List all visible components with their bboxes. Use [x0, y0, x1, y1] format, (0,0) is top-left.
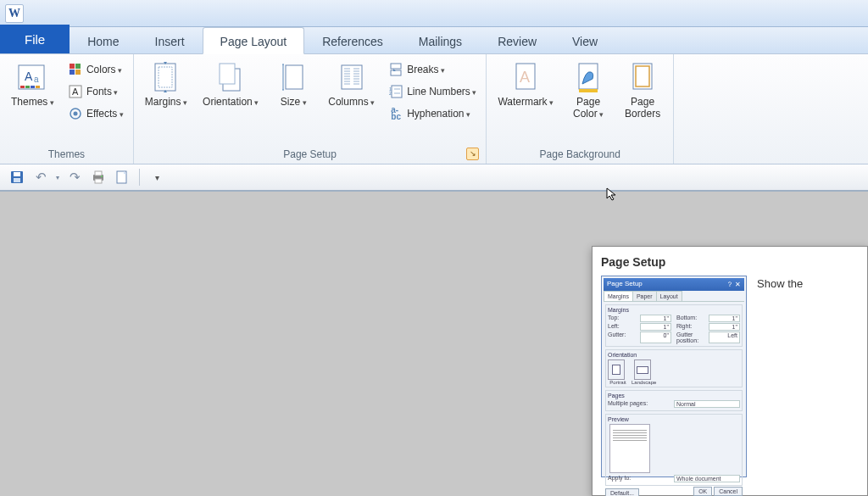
qat-customize-icon[interactable]: ▾ — [148, 169, 165, 186]
effects-icon — [68, 106, 83, 121]
svg-rect-48 — [579, 89, 598, 92]
orientation-label: Orientation — [203, 96, 259, 109]
word-app-icon: W — [5, 4, 24, 23]
columns-button[interactable]: Columns — [322, 58, 381, 111]
size-button[interactable]: Size — [268, 58, 319, 111]
effects-button[interactable]: Effects — [64, 103, 128, 124]
size-label: Size — [281, 96, 307, 109]
tooltip-dialog-thumbnail: Page Setup？ ✕ Margins Paper Layout Margi… — [601, 276, 747, 477]
ribbon: Aa Themes Colors A Fonts Effects — [0, 54, 868, 164]
breaks-label: Breaks — [407, 64, 445, 75]
svg-rect-56 — [95, 179, 102, 183]
document-area: Page Setup Page Setup？ ✕ Margins Paper L… — [0, 192, 868, 496]
page-setup-tooltip: Page Setup Page Setup？ ✕ Margins Paper L… — [592, 246, 868, 496]
tab-mailings[interactable]: Mailings — [401, 27, 480, 53]
svg-rect-5 — [31, 86, 35, 88]
page-setup-dialog-launcher[interactable]: ↘ — [466, 148, 479, 160]
title-bar: W — [0, 0, 868, 27]
tab-review[interactable]: Review — [480, 27, 554, 53]
hyphenation-button[interactable]: a-bc Hyphenation — [384, 103, 481, 124]
svg-rect-19 — [286, 65, 303, 89]
fonts-icon: A — [68, 84, 83, 99]
group-page-setup: Margins Orientation Size Columns — [134, 54, 487, 164]
margins-label: Margins — [145, 96, 187, 109]
watermark-icon: A — [510, 60, 541, 94]
tooltip-text: Show the — [757, 276, 803, 477]
columns-label: Columns — [328, 96, 375, 109]
page-borders-button[interactable]: Page Borders — [617, 58, 668, 122]
themes-button[interactable]: Aa Themes — [5, 58, 60, 111]
svg-text:A: A — [72, 86, 79, 97]
svg-point-57 — [101, 176, 103, 177]
tab-references[interactable]: References — [304, 27, 401, 53]
line-numbers-button[interactable]: 12 Line Numbers — [384, 81, 481, 102]
quick-access-toolbar: ↶ ▾ ↷ ▾ — [0, 164, 868, 192]
svg-point-14 — [73, 112, 77, 116]
orientation-icon — [215, 60, 246, 94]
page-color-button[interactable]: Page Color — [563, 58, 614, 123]
tab-file[interactable]: File — [0, 25, 70, 53]
svg-rect-10 — [75, 70, 81, 75]
svg-text:2: 2 — [389, 91, 392, 96]
page-borders-icon — [627, 60, 658, 94]
page-color-label: Page Color — [573, 96, 604, 120]
themes-icon: Aa — [17, 60, 47, 94]
columns-icon — [337, 60, 367, 94]
svg-text:A: A — [25, 70, 33, 83]
tooltip-title: Page Setup — [601, 255, 859, 269]
tab-insert[interactable]: Insert — [137, 27, 203, 53]
svg-rect-39 — [391, 70, 401, 75]
tab-page-layout[interactable]: Page Layout — [203, 27, 305, 54]
svg-text:a: a — [34, 75, 39, 84]
themes-label: Themes — [11, 96, 54, 109]
svg-rect-7 — [70, 64, 75, 69]
margins-button[interactable]: Margins — [139, 58, 193, 111]
breaks-icon — [388, 62, 403, 77]
ribbon-tabs: File Home Insert Page Layout References … — [0, 27, 868, 54]
page-borders-label: Page Borders — [625, 96, 660, 120]
svg-rect-53 — [14, 178, 20, 182]
tab-home[interactable]: Home — [70, 27, 136, 53]
svg-rect-3 — [20, 86, 25, 88]
svg-rect-40 — [392, 86, 402, 98]
undo-icon[interactable]: ↶ — [32, 169, 49, 186]
breaks-button[interactable]: Breaks — [384, 59, 481, 80]
watermark-label: Watermark — [498, 96, 554, 109]
redo-icon[interactable]: ↷ — [66, 169, 83, 186]
line-numbers-label: Line Numbers — [407, 86, 476, 98]
svg-rect-38 — [391, 64, 401, 69]
fonts-button[interactable]: A Fonts — [64, 81, 128, 102]
colors-icon — [68, 62, 83, 77]
svg-rect-18 — [220, 64, 235, 84]
watermark-button[interactable]: A Watermark — [492, 58, 559, 111]
group-themes: Aa Themes Colors A Fonts Effects — [0, 54, 134, 164]
size-icon — [278, 60, 309, 94]
margins-icon — [151, 60, 181, 94]
page-color-icon — [573, 60, 604, 94]
effects-label: Effects — [86, 108, 124, 120]
word-window: W File Home Insert Page Layout Reference… — [0, 0, 868, 496]
qat-separator — [139, 169, 140, 186]
svg-rect-8 — [75, 64, 81, 69]
hyphenation-label: Hyphenation — [407, 108, 470, 120]
svg-text:A: A — [520, 69, 530, 86]
cursor-icon — [605, 187, 620, 202]
svg-rect-6 — [36, 86, 40, 88]
group-page-background: A Watermark Page Color Page Borders Page… — [487, 54, 674, 164]
tab-view[interactable]: View — [554, 27, 615, 53]
colors-label: Colors — [86, 64, 122, 75]
group-themes-label: Themes — [5, 146, 128, 164]
svg-rect-55 — [95, 171, 102, 176]
hyphenation-icon: a-bc — [388, 106, 403, 121]
orientation-button[interactable]: Orientation — [197, 58, 264, 111]
fonts-label: Fonts — [86, 86, 119, 98]
svg-rect-4 — [25, 86, 30, 88]
colors-button[interactable]: Colors — [64, 59, 128, 80]
print-icon[interactable] — [90, 169, 107, 186]
svg-rect-52 — [14, 172, 20, 176]
save-icon[interactable] — [8, 169, 25, 186]
line-numbers-icon: 12 — [388, 84, 403, 99]
svg-rect-9 — [70, 70, 75, 75]
group-page-setup-label: Page Setup ↘ — [139, 146, 481, 164]
new-doc-icon[interactable] — [114, 169, 131, 186]
